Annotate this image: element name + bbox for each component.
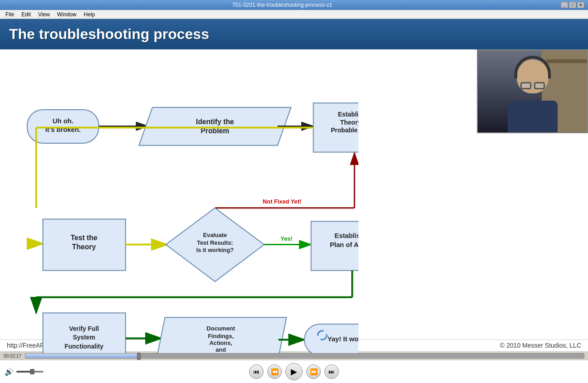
menu-edit[interactable]: Edit	[18, 10, 34, 19]
svg-text:Yay! It works!: Yay! It works!	[328, 335, 358, 343]
svg-text:System: System	[73, 334, 95, 341]
title-bar-text: 701-0201-the-troubleshooting-process-v1	[4, 2, 561, 8]
menu-file[interactable]: File	[2, 10, 18, 19]
svg-text:Actions,: Actions,	[209, 339, 232, 346]
controls-wrapper: 🔊 ⏮ ⏪ ▶ ⏩ ⏭	[0, 360, 588, 383]
volume-slider[interactable]	[16, 371, 44, 373]
volume-thumb[interactable]	[30, 369, 34, 374]
volume-icon: 🔊	[5, 368, 14, 376]
svg-text:Findings,: Findings,	[208, 333, 234, 339]
webcam-inner	[478, 50, 587, 132]
time-label: 00:02:17	[4, 354, 21, 359]
volume-area: 🔊	[5, 368, 44, 376]
svg-text:Yes!: Yes!	[280, 235, 292, 242]
maximize-button[interactable]: □	[569, 2, 576, 8]
close-button[interactable]: ✕	[577, 2, 584, 8]
person-glasses	[520, 82, 545, 89]
slide-header: The troubleshooting process	[0, 19, 588, 49]
svg-text:Establish a: Establish a	[338, 111, 358, 118]
progress-thumb[interactable]	[137, 353, 141, 360]
svg-text:Document: Document	[206, 325, 235, 332]
svg-marker-9	[139, 107, 291, 145]
person-body	[508, 101, 558, 132]
svg-text:Plan of Action: Plan of Action	[330, 241, 358, 248]
menu-help[interactable]: Help	[80, 10, 99, 19]
menu-view[interactable]: View	[34, 10, 54, 19]
svg-text:Identify the: Identify the	[196, 118, 234, 126]
title-bar: 701-0201-the-troubleshooting-process-v1 …	[0, 0, 588, 10]
webcam-panel	[477, 49, 588, 133]
progress-fill	[25, 354, 137, 358]
glass-left	[520, 82, 531, 89]
svg-text:Not Fixed Yet!: Not Fixed Yet!	[263, 198, 301, 205]
content-area: The troubleshooting process	[0, 19, 588, 383]
play-button[interactable]: ▶	[285, 363, 303, 380]
flowchart-svg: Uh oh. It's broken. Identify the Problem…	[0, 49, 358, 353]
svg-text:Test the: Test the	[71, 234, 98, 242]
playback-controls: ⏮ ⏪ ▶ ⏩ ⏭	[249, 360, 339, 383]
skip-forward-button[interactable]: ⏭	[324, 364, 339, 379]
svg-text:Theory of: Theory of	[340, 119, 358, 126]
svg-text:Test Results:: Test Results:	[197, 239, 233, 246]
glass-right	[534, 82, 545, 89]
svg-text:and: and	[216, 346, 226, 353]
svg-text:Establish a: Establish a	[334, 232, 358, 239]
title-bar-buttons: _ □ ✕	[561, 2, 584, 8]
svg-text:Verify Full: Verify Full	[69, 325, 99, 332]
menu-bar: File Edit View Window Help	[0, 10, 588, 19]
menu-window[interactable]: Window	[54, 10, 80, 19]
skip-back-button[interactable]: ⏮	[249, 364, 264, 379]
minimize-button[interactable]: _	[561, 2, 568, 8]
svg-text:Functionality: Functionality	[64, 343, 103, 350]
svg-text:Theory: Theory	[72, 243, 96, 251]
forward-button[interactable]: ⏩	[306, 364, 321, 379]
webcam-person	[478, 50, 587, 132]
svg-text:Is it working?: Is it working?	[196, 247, 234, 253]
flowchart-area: Uh oh. It's broken. Identify the Problem…	[0, 49, 588, 339]
app-window: 701-0201-the-troubleshooting-process-v1 …	[0, 0, 588, 383]
bottom-copyright: © 2010 Messer Studios, LLC	[500, 342, 581, 349]
slide-title: The troubleshooting process	[9, 26, 579, 43]
svg-text:Uh oh.: Uh oh.	[53, 117, 74, 125]
rewind-button[interactable]: ⏪	[267, 364, 282, 379]
progress-bar[interactable]	[25, 353, 584, 359]
svg-text:Evaluate: Evaluate	[203, 232, 227, 238]
main-panel: The troubleshooting process	[0, 19, 588, 383]
svg-text:Probable Cause: Probable Cause	[331, 127, 358, 134]
shelf-decoration	[546, 59, 587, 63]
